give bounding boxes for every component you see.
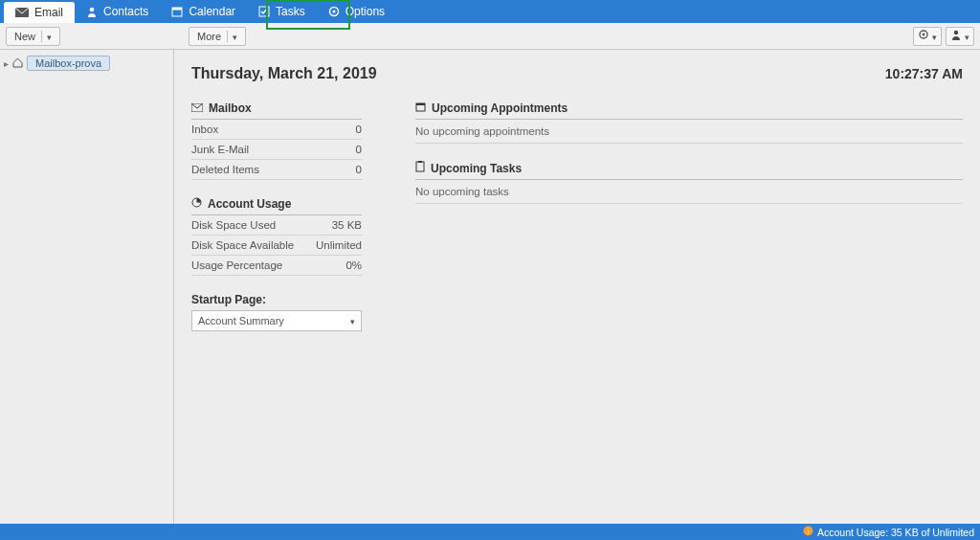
tab-email[interactable]: Email [4,2,75,23]
chevron-down-icon [227,31,237,42]
tab-options[interactable]: Options [317,0,396,23]
mail-icon [15,8,29,17]
usage-row-available: Disk Space Available Unlimited [191,236,362,256]
startup-page-label: Startup Page: [191,293,362,306]
svg-rect-14 [416,162,424,171]
settings-dropdown[interactable] [913,27,942,46]
mailbox-section-title: Mailbox [191,101,362,120]
status-bar: ! Account Usage: 35 KB of Unlimited [0,524,980,540]
top-nav: Email Contacts Calendar Tasks Options [0,0,980,23]
sidebar: Mailbox-prova [0,50,174,524]
mailbox-row-junk[interactable]: Junk E-Mail 0 [191,140,362,160]
clipboard-icon [415,161,425,175]
calendar-icon [171,6,183,17]
tab-email-label: Email [34,6,63,19]
tab-contacts[interactable]: Contacts [75,0,160,23]
user-icon [950,29,962,43]
mailbox-row-inbox[interactable]: Inbox 0 [191,120,362,140]
clock: 10:27:37 AM [885,66,963,81]
new-button-label: New [14,31,35,42]
tab-contacts-label: Contacts [103,5,148,18]
svg-text:!: ! [807,528,809,536]
svg-rect-13 [416,103,425,105]
usage-row-used: Disk Space Used 35 KB [191,215,362,236]
check-icon [258,6,270,17]
svg-point-9 [954,31,958,34]
expand-icon[interactable] [4,57,9,69]
tab-tasks-label: Tasks [276,5,305,18]
mailbox-name[interactable]: Mailbox-prova [27,56,110,71]
tab-calendar[interactable]: Calendar [160,0,247,23]
new-button[interactable]: New [6,27,60,46]
pie-icon [191,197,202,211]
person-icon [86,6,98,17]
svg-rect-15 [418,161,422,163]
tab-tasks[interactable]: Tasks [247,0,317,23]
tab-options-label: Options [345,5,385,18]
warning-icon: ! [803,526,813,538]
tab-calendar-label: Calendar [189,5,235,18]
calendar-icon [415,101,426,115]
startup-page-select[interactable]: Account Summary [191,310,362,331]
svg-point-1 [90,8,95,12]
svg-point-8 [923,34,925,36]
usage-section-title: Account Usage [191,197,362,215]
profile-dropdown[interactable] [946,27,974,46]
mailbox-row-deleted[interactable]: Deleted Items 0 [191,160,362,180]
content-pane: Thursday, March 21, 2019 10:27:37 AM Mai… [174,50,980,524]
main-area: Mailbox-prova Thursday, March 21, 2019 1… [0,50,980,524]
gear-icon [328,6,340,17]
more-button-label: More [197,31,221,42]
chevron-down-icon [932,30,937,43]
status-usage-text: Account Usage: 35 KB of Unlimited [817,527,974,538]
svg-point-6 [332,10,335,12]
chevron-down-icon [965,30,969,43]
appointments-empty: No upcoming appointments [415,120,963,144]
tasks-section-title: Upcoming Tasks [415,161,963,180]
more-button[interactable]: More [189,27,246,46]
page-title: Thursday, March 21, 2019 [191,65,377,82]
appointments-section-title: Upcoming Appointments [415,101,963,120]
home-icon [12,57,23,70]
chevron-down-icon [350,315,355,326]
mail-icon [191,101,203,115]
usage-row-percent: Usage Percentage 0% [191,256,362,276]
mailbox-tree-root[interactable]: Mailbox-prova [4,56,169,71]
svg-rect-3 [172,8,182,11]
gear-icon [918,29,929,43]
toolbar: New More [0,23,980,50]
chevron-down-icon [41,31,52,42]
tasks-empty: No upcoming tasks [415,180,963,204]
